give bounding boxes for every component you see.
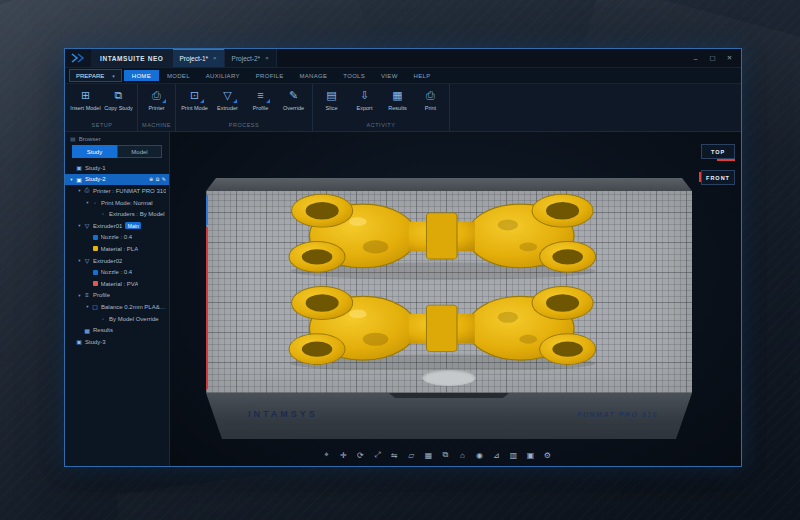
toolbar-button-profile[interactable]: ≡Profile [244,84,277,120]
doc-icon: ▢ [91,303,99,310]
row-action-icon[interactable]: ✎ [162,176,166,183]
tree-item-results[interactable]: ▦Results [65,324,169,336]
window-controls: –▢✕ [687,49,741,67]
tab-close-icon[interactable]: × [265,55,269,61]
menu-item-tools[interactable]: TOOLS [335,70,373,81]
mirror-icon[interactable]: ⇋ [389,451,400,460]
snapshot-icon[interactable]: ▣ [525,451,536,460]
plate-top-frame [206,178,692,191]
maximize-button[interactable]: ▢ [704,54,721,62]
toolbar-group-label: PROCESS [178,120,310,131]
plate-notch [389,393,509,398]
measure-icon[interactable]: ⊿ [491,451,502,460]
tree-item-by-model-override[interactable]: ◦By Model Override [65,313,169,325]
plate-grid [206,191,692,393]
titlebar-drag-area[interactable] [277,49,687,67]
toolbar-button-export[interactable]: ⇩Export [348,84,381,120]
profile-icon: ≡ [253,88,268,102]
settings-icon[interactable]: ⚙ [542,451,553,460]
intamsuite-logo [65,49,91,67]
toolbar-button-printer[interactable]: ⎙Printer [140,84,173,120]
seam-icon[interactable]: ◉ [474,451,485,460]
nozzle-swatch [93,270,98,275]
expander-icon[interactable]: ▾ [84,304,91,309]
tree-item-profile[interactable]: ▾≡Profile [65,290,169,302]
toolbar-button-extruder[interactable]: ▽Extruder [211,84,244,120]
browser-panel-icon: ▤ [70,135,76,142]
extruder-icon: ▽ [220,88,235,102]
sidebar-tab-study[interactable]: Study [72,145,117,158]
row-action-icon[interactable]: ⧉ [156,176,160,183]
tree-item-extruder01[interactable]: ▾▽Extruder01Main [65,220,169,232]
view-button-front[interactable]: FRONT [701,170,735,185]
project-tab-project-1-[interactable]: Project-1*× [173,49,225,67]
project-tab-project-2-[interactable]: Project-2*× [225,49,277,67]
tree-item-print-mode-normal[interactable]: ▾◦Print Mode: Normal [65,197,169,209]
toolbar-button-override[interactable]: ✎Override [277,84,310,120]
lay-flat-icon[interactable]: ▱ [406,451,417,460]
view-button-top[interactable]: TOP [701,144,735,159]
tree-item-label: Material : PVA [101,281,139,287]
model-manifolds[interactable] [284,192,602,370]
toolbar-button-insert-model[interactable]: ⊞Insert Model [69,84,102,120]
tree-item-label: By Model Override [109,316,159,322]
section-icon[interactable]: ▥ [508,451,519,460]
tree-item-study-3[interactable]: ▣Study-3 [65,336,169,348]
toolbar-button-label: Results [388,105,406,111]
expander-icon[interactable]: ▾ [84,200,91,205]
nozzle-swatch [93,235,98,240]
tree-item-nozzle-0-4[interactable]: Nozzle : 0.4 [65,232,169,244]
tree-item-material-pla[interactable]: Material : PLA [65,243,169,255]
menu-item-profile[interactable]: PROFILE [248,70,292,81]
tree-item-extruders-by-model[interactable]: ◦Extruders : By Model [65,208,169,220]
plate-bottom-frame: INTAMSYS FUNMAT PRO 310 [206,393,692,439]
expander-icon[interactable]: ▾ [68,177,75,182]
tree-item-printer-funmat-pro-310[interactable]: ▾⎙Printer : FUNMAT PRO 310 [65,185,169,197]
sidebar-tab-model[interactable]: Model [117,145,162,158]
menu-item-view[interactable]: VIEW [373,70,406,81]
sidebar-tabs: StudyModel [72,145,162,158]
print-mode-icon: ⊡ [187,88,202,102]
expander-icon[interactable]: ▾ [76,293,83,298]
menu-item-home[interactable]: HOME [124,70,159,81]
duplicate-icon[interactable]: ⧉ [440,450,451,460]
select-icon[interactable]: ⌖ [321,450,332,460]
toolbar-button-print[interactable]: ⎙Print [414,84,447,120]
tab-close-icon[interactable]: × [213,55,217,61]
tree-item-material-pva[interactable]: Material : PVA [65,278,169,290]
close-button[interactable]: ✕ [721,54,738,62]
tree-item-study-2[interactable]: ▾▣Study-2⊕⧉✎ [65,174,169,186]
toolbar-button-slice[interactable]: ▤Slice [315,84,348,120]
toolbar-button-label: Copy Study [104,105,132,111]
study-icon: ▣ [75,164,83,171]
toolbar-button-copy-study[interactable]: ⧉Copy Study [102,84,135,120]
toolbar-button-results[interactable]: ▦Results [381,84,414,120]
menu-item-manage[interactable]: MANAGE [292,70,336,81]
support-icon[interactable]: ⌂ [457,451,468,460]
project-tabs: Project-1*×Project-2*× [173,49,277,67]
arrange-icon[interactable]: ▦ [423,451,434,460]
app-title: INTAMSUITE NEO [91,49,173,67]
build-plate: INTAMSYS FUNMAT PRO 310 [206,178,692,439]
minimize-button[interactable]: – [687,55,704,62]
menu-item-model[interactable]: MODEL [159,70,198,81]
toolbar-button-print-mode[interactable]: ⊡Print Mode [178,84,211,120]
move-icon[interactable]: ✛ [338,451,349,460]
viewport-canvas[interactable]: INTAMSYS FUNMAT PRO 310 TOPFRONT ⌖✛⟳⤢⇋▱▦… [170,132,741,466]
tree-row-actions: ⊕⧉✎ [149,176,169,183]
scale-icon[interactable]: ⤢ [372,450,383,460]
sidebar-header: ▤ Browser [65,132,169,143]
tree-item-nozzle-0-4[interactable]: Nozzle : 0.4 [65,266,169,278]
tree-item-study-1[interactable]: ▣Study-1 [65,162,169,174]
expander-icon[interactable]: ▾ [76,188,83,193]
rotate-icon[interactable]: ⟳ [355,451,366,460]
expander-icon[interactable]: ▾ [76,223,83,228]
row-action-icon[interactable]: ⊕ [149,176,153,183]
expander-icon[interactable]: ▾ [76,258,83,263]
printer-icon: ⎙ [83,187,91,194]
menu-item-help[interactable]: HELP [406,70,439,81]
tree-item-balance-0-2mm-pla-pva[interactable]: ▾▢Balance 0.2mm PLA&PVA [65,301,169,313]
tree-item-extruder02[interactable]: ▾▽Extruder02 [65,255,169,267]
menu-item-auxiliary[interactable]: AUXILIARY [198,70,248,81]
prepare-dropdown[interactable]: PREPARE ▾ [69,69,122,82]
